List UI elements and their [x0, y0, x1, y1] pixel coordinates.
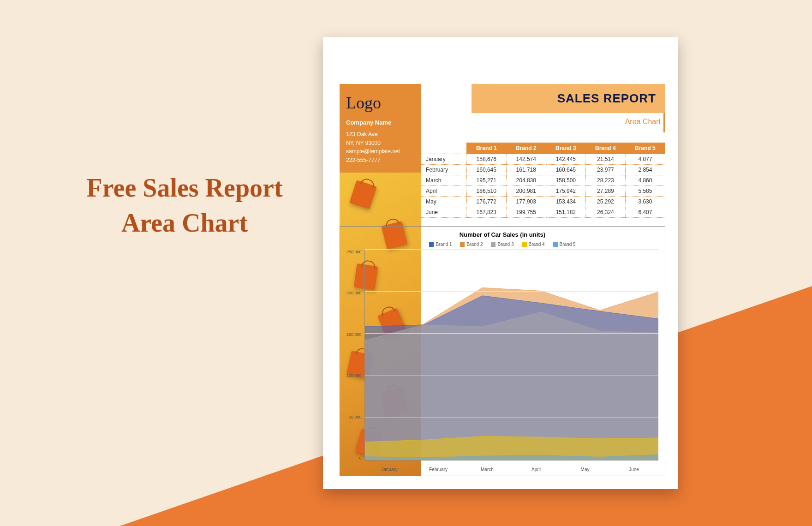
chart-xaxis: JanuaryFebruaryMarchAprilMayJune [346, 467, 658, 472]
legend-item: Brand 3 [491, 242, 513, 247]
chart-yaxis: 250,000200,000150,000100,00050,0000 [346, 250, 364, 467]
logo: Logo [346, 90, 414, 116]
document-page: Logo Company Name 123 Oak Ave NY, NY 930… [323, 37, 678, 489]
chart-panel: Number of Car Sales (in units) Brand 1Br… [340, 226, 665, 476]
table-row: June167,823199,755151,18226,3246,407 [421, 207, 665, 218]
table-row: May176,772177,903153,43425,2923,630 [421, 197, 665, 207]
chart-legend: Brand 1Brand 2Brand 3Brand 4Brand 5 [346, 242, 658, 247]
legend-item: Brand 4 [522, 242, 545, 247]
sales-table: Brand 1Brand 2Brand 3Brand 4Brand 5 Janu… [421, 143, 665, 218]
legend-item: Brand 2 [460, 242, 483, 247]
table-header: Brand 1 [466, 143, 506, 154]
company-name: Company Name [346, 118, 414, 127]
promo-heading-line2: Area Chart [121, 209, 248, 237]
table-row: March195,271204,830158,50028,2234,860 [421, 175, 665, 186]
company-address2: NY, NY 93000 [346, 139, 414, 148]
report-title: SALES REPORT [472, 84, 665, 113]
company-block: Logo Company Name 123 Oak Ave NY, NY 930… [340, 84, 421, 173]
table-header [421, 143, 467, 154]
table-row: February160,645161,718160,64523,9772,854 [421, 165, 665, 175]
table-header: Brand 4 [585, 143, 625, 154]
company-email: sample@template.net [346, 147, 414, 156]
table-row: April186,510200,981175,94227,2895,585 [421, 186, 665, 197]
legend-item: Brand 1 [429, 242, 452, 247]
table-row: January158,676142,574142,44521,5144,077 [421, 154, 665, 165]
chart-plot [364, 250, 658, 460]
main-column: SALES REPORT Area Chart Brand 1Brand 2Br… [421, 84, 665, 476]
table-header: Brand 3 [546, 143, 585, 154]
company-phone: 222-555-7777 [346, 156, 414, 165]
table-header: Brand 5 [625, 143, 665, 154]
chart-title: Number of Car Sales (in units) [346, 231, 658, 238]
table-header: Brand 2 [506, 143, 546, 154]
company-address1: 123 Oak Ave [346, 130, 414, 139]
report-subtitle: Area Chart [421, 113, 665, 132]
promo-heading-line1: Free Sales Report [86, 173, 282, 202]
legend-item: Brand 5 [553, 242, 576, 247]
promo-heading: Free Sales Report Area Chart [60, 171, 309, 240]
